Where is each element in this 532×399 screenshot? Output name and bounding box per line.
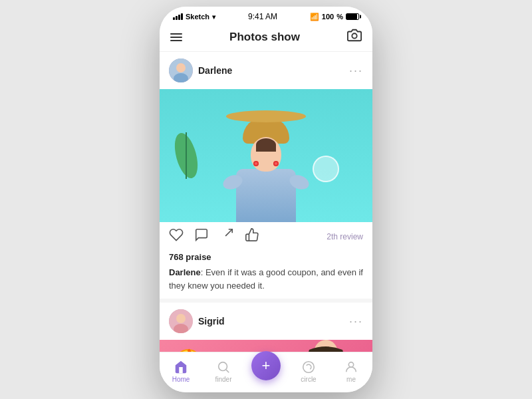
status-right: 📶 100% <box>310 13 359 21</box>
phone-frame: Sketch ▾ 9:41 AM 📶 100% Photos show <box>160 7 372 392</box>
nav-add[interactable]: + <box>249 351 283 380</box>
nav-me[interactable]: me <box>334 360 368 383</box>
share-button[interactable] <box>219 227 234 245</box>
caption-username: Darlene <box>169 267 201 277</box>
home-icon <box>174 360 188 374</box>
post2-figure <box>299 340 352 352</box>
post-2-header: Sigrid ··· <box>160 303 372 340</box>
post-2-image <box>160 340 372 352</box>
finder-label: finder <box>215 376 231 383</box>
post-1-header: Darlene ··· <box>160 52 372 89</box>
feed-content: Darlene ··· <box>160 52 372 352</box>
post-1-user: Darlene <box>169 59 232 82</box>
avatar-initials <box>169 59 193 82</box>
review-label[interactable]: 2th review <box>327 232 363 241</box>
battery-icon <box>346 13 359 20</box>
sigrid-avatar <box>169 309 193 333</box>
figure-hair <box>256 138 276 152</box>
battery-fill <box>346 14 357 19</box>
svg-point-0 <box>352 33 356 38</box>
svg-point-16 <box>348 362 353 366</box>
bottom-navigation: Home finder + circle <box>160 352 372 392</box>
svg-point-2 <box>176 63 186 72</box>
nav-circle[interactable]: circle <box>292 360 325 383</box>
svg-point-7 <box>176 314 186 323</box>
time-display: 9:41 AM <box>248 12 277 21</box>
comment-button[interactable] <box>194 227 209 245</box>
figure-body <box>236 169 296 222</box>
sigrid-username: Sigrid <box>198 316 225 327</box>
post-2-user: Sigrid <box>169 309 225 333</box>
shoulder-right <box>287 172 311 192</box>
figure-head <box>251 137 281 172</box>
like-button[interactable] <box>169 227 184 245</box>
app-header: Photos show <box>160 24 372 52</box>
post-1: Darlene ··· <box>160 52 372 303</box>
nav-home[interactable]: Home <box>164 360 198 383</box>
wifi-icon: ▾ <box>212 13 215 21</box>
nav-finder[interactable]: finder <box>207 360 240 383</box>
fashion-scene <box>160 89 372 222</box>
add-post-button[interactable]: + <box>251 351 281 380</box>
plus-icon: + <box>262 357 271 374</box>
thumbsup-button[interactable] <box>245 227 259 245</box>
page-title: Photos show <box>229 31 300 44</box>
home-label: Home <box>172 376 190 383</box>
status-bar: Sketch ▾ 9:41 AM 📶 100% <box>160 7 372 24</box>
darlene-username: Darlene <box>198 65 232 76</box>
camera-button[interactable] <box>347 28 362 46</box>
circle-label: circle <box>301 376 316 383</box>
fashion-figure <box>226 110 306 222</box>
battery-percentage: 100 <box>322 13 334 21</box>
svg-point-15 <box>303 361 315 372</box>
circle-accent-decoration <box>313 156 339 182</box>
post-1-more-button[interactable]: ··· <box>349 64 363 78</box>
status-left: Sketch ▾ <box>173 13 215 21</box>
profile-icon <box>344 360 358 374</box>
carrier-label: Sketch <box>186 13 209 21</box>
earring-right <box>273 161 279 166</box>
hat-brim <box>226 110 306 122</box>
finder-icon <box>216 360 231 374</box>
bluetooth-icon: 📶 <box>310 13 319 21</box>
circle-icon <box>301 360 316 374</box>
post-2-more-button[interactable]: ··· <box>349 315 363 329</box>
candy-icon <box>172 346 205 352</box>
praise-count: 768 praise <box>160 251 372 265</box>
earring-left <box>253 161 259 166</box>
signal-bars-icon <box>173 13 183 20</box>
leaf-decoration <box>173 129 200 182</box>
post-2: Sigrid ··· <box>160 303 372 352</box>
post-caption: Darlene: Even if it was a good coupon, a… <box>160 265 372 299</box>
svg-point-14 <box>219 362 227 370</box>
post-1-actions: 2th review <box>160 222 372 251</box>
me-label: me <box>346 376 356 383</box>
post-1-image <box>160 89 372 222</box>
darlene-avatar <box>169 59 193 82</box>
shoulder-left <box>221 172 244 192</box>
menu-button[interactable] <box>170 33 182 41</box>
